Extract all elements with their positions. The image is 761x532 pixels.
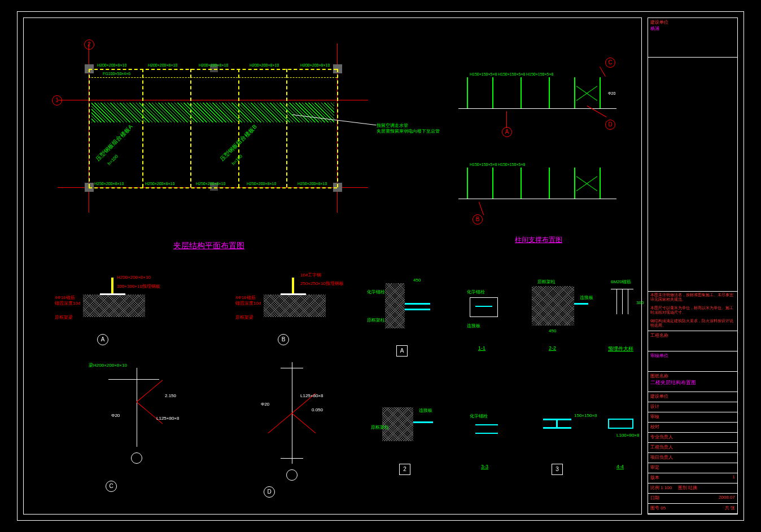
det-a-l2: 300×300×10预埋钢板	[117, 283, 160, 289]
brace-col	[521, 77, 522, 108]
det-tag-d-circle	[286, 469, 298, 481]
brace-col	[467, 168, 468, 199]
det-c-l1: 梁H200×200×8×10	[89, 362, 127, 368]
tb-label2: 共 张	[725, 505, 735, 511]
brace-col	[521, 168, 522, 199]
tb-label2: 图别	[678, 485, 687, 490]
tb-note2: 本图尺寸以毫米为单位，标高以米为单位。施工时须核对现场尺寸。	[650, 306, 733, 314]
tb-val: 杨浦	[650, 26, 659, 31]
sec-tag-11: 1-1	[478, 345, 486, 351]
steel	[413, 421, 433, 423]
plate	[100, 293, 125, 295]
bubble-b: B	[473, 214, 483, 225]
leader	[506, 111, 507, 128]
sec-33	[475, 424, 498, 441]
det-tag-hex3: 3	[552, 464, 563, 475]
tb-r6: 设计	[648, 402, 737, 412]
det-c-l3: L125×80×8	[156, 416, 180, 421]
beam	[89, 69, 90, 187]
steel	[111, 278, 113, 294]
leader	[479, 202, 484, 216]
anchor	[628, 289, 628, 314]
brace-col	[549, 77, 550, 108]
sec-tag-33: 3-3	[481, 464, 488, 469]
tb-val: 2008.07	[719, 495, 735, 500]
line	[108, 379, 159, 380]
plan-title: 夹层结构平面布置图	[173, 241, 244, 251]
det-b-l2: 250×250×10预埋钢板	[300, 280, 344, 287]
det-ha-dim: 450	[413, 278, 421, 283]
tb-r15: 日期 2008.07	[648, 494, 737, 504]
det-tag-a: A	[97, 334, 108, 345]
det-c-l2: 2.150	[165, 393, 176, 398]
grid-bubble-1: 1	[52, 95, 62, 105]
tb-label: 版本	[650, 475, 659, 480]
tb-r12: 审定	[648, 463, 737, 473]
beam-label: H250×200×8×10	[145, 182, 174, 186]
line	[137, 368, 137, 447]
tb-r11: 项目负责人	[648, 453, 737, 463]
brace-label: H150×150×5×8	[470, 72, 497, 76]
bubble-c: C	[605, 58, 615, 68]
tb-r14: 比例 1:100 图别 结施	[648, 483, 737, 494]
tb-r16: 图号 05 共 张	[648, 504, 737, 514]
det3-l1: 150×150×8	[574, 413, 597, 418]
steel-beam	[405, 309, 430, 310]
beam-label: H200×200×8×10	[199, 63, 228, 67]
tb-val2: 结施	[688, 485, 697, 490]
tb-val: 二楼夹层结构布置图	[650, 380, 696, 385]
sec44-l1: L100×80×8	[616, 433, 640, 438]
tb-val: 1	[733, 474, 735, 480]
brace-col	[549, 168, 550, 199]
leader	[600, 67, 606, 77]
bubble-a: A	[502, 127, 512, 137]
tb-note1: 本图未注明做法者，按标准图集施工。未尽事宜详见国家相关规范。	[650, 293, 733, 301]
brace-col	[600, 77, 601, 108]
beam-label: H250×200×8×10	[94, 182, 124, 186]
det-a-l4: 锚固深度10d	[55, 300, 80, 306]
steel	[292, 278, 294, 294]
beam	[89, 77, 337, 78]
det-b-l1: 16#工字钢	[300, 272, 321, 278]
tb-drawing-name: 图纸名称二楼夹层结构布置图	[648, 372, 737, 392]
sec22-l1: 原框架柱	[537, 279, 556, 285]
tb-label: 工程名称	[650, 333, 668, 338]
brace-line	[268, 413, 292, 433]
embed-l1: 6M20锚筋	[611, 279, 631, 285]
brace-col	[492, 168, 493, 199]
sec11-l1: 化学锚栓	[467, 289, 485, 295]
sec11-l2: 连接板	[467, 323, 480, 329]
tb-spacer	[648, 58, 737, 292]
brace-line	[292, 413, 316, 433]
steel	[574, 303, 588, 305]
brace-label: Φ20	[608, 91, 615, 95]
note: 夹层需预留座弱电向楼下至总管	[377, 128, 440, 134]
panel-label-h: h=100	[107, 153, 119, 166]
grid-line-1	[58, 100, 368, 100]
line	[281, 368, 303, 368]
det-ha-l2: 原框架柱	[367, 317, 385, 323]
det-tag-d: D	[264, 486, 275, 498]
column-section	[385, 283, 405, 328]
x-brace	[574, 77, 600, 108]
panel-label-h: h=100	[231, 153, 243, 166]
beam	[337, 69, 338, 187]
det-tag-hexA: A	[396, 345, 408, 357]
embed-dim: 300	[636, 300, 644, 305]
det2-l2: 连接板	[419, 407, 432, 414]
steel	[475, 306, 492, 307]
tb-review: 审核单位	[648, 351, 737, 372]
brace-col	[600, 168, 601, 199]
plate	[281, 293, 306, 295]
det-d-l2: 0.050	[312, 407, 323, 412]
x-brace	[574, 168, 600, 199]
steel	[556, 419, 558, 429]
beam	[89, 187, 337, 188]
det-c-l4: Φ20	[111, 413, 120, 418]
embed-tag: 预埋件大样	[608, 345, 633, 353]
beam	[190, 69, 191, 187]
anchor	[622, 289, 623, 314]
title-block: 建设单位杨浦 本图未注明做法者，按标准图集施工。未尽事宜详见国家相关规范。 本图…	[648, 17, 738, 515]
brace-line	[137, 380, 163, 402]
brace-label: H150×150×5×8	[470, 162, 497, 166]
